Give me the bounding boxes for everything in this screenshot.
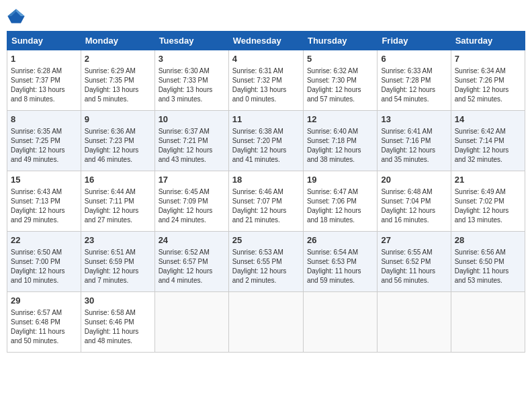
day-number: 7 xyxy=(455,53,521,65)
logo-icon xyxy=(7,7,26,26)
calendar-cell: 26Sunrise: 6:54 AMSunset: 6:53 PMDayligh… xyxy=(303,232,377,292)
day-info: Sunrise: 6:32 AMSunset: 7:30 PMDaylight:… xyxy=(307,66,373,104)
day-number: 13 xyxy=(381,113,447,126)
calendar-cell: 30Sunrise: 6:58 AMSunset: 6:46 PMDayligh… xyxy=(81,292,154,353)
calendar-cell: 14Sunrise: 6:42 AMSunset: 7:14 PMDayligh… xyxy=(451,111,525,171)
calendar-cell: 3Sunrise: 6:30 AMSunset: 7:33 PMDaylight… xyxy=(154,50,228,111)
day-info: Sunrise: 6:40 AMSunset: 7:18 PMDaylight:… xyxy=(307,127,373,165)
day-info: Sunrise: 6:49 AMSunset: 7:02 PMDaylight:… xyxy=(455,187,521,225)
col-header-saturday: Saturday xyxy=(451,32,525,50)
calendar-cell: 16Sunrise: 6:44 AMSunset: 7:11 PMDayligh… xyxy=(81,171,154,232)
day-info: Sunrise: 6:35 AMSunset: 7:25 PMDaylight:… xyxy=(11,127,77,165)
calendar-cell: 20Sunrise: 6:48 AMSunset: 7:04 PMDayligh… xyxy=(378,171,451,232)
day-number: 14 xyxy=(455,113,521,126)
day-number: 23 xyxy=(85,234,151,246)
day-info: Sunrise: 6:51 AMSunset: 6:59 PMDaylight:… xyxy=(85,248,151,285)
day-info: Sunrise: 6:41 AMSunset: 7:16 PMDaylight:… xyxy=(381,127,447,165)
day-info: Sunrise: 6:48 AMSunset: 7:04 PMDaylight:… xyxy=(381,187,447,225)
day-info: Sunrise: 6:29 AMSunset: 7:35 PMDaylight:… xyxy=(85,66,151,104)
calendar-header-row: SundayMondayTuesdayWednesdayThursdayFrid… xyxy=(7,32,525,50)
calendar-cell: 28Sunrise: 6:56 AMSunset: 6:50 PMDayligh… xyxy=(451,232,525,292)
day-info: Sunrise: 6:45 AMSunset: 7:09 PMDaylight:… xyxy=(159,187,225,225)
day-number: 27 xyxy=(381,234,447,246)
day-info: Sunrise: 6:28 AMSunset: 7:37 PMDaylight:… xyxy=(11,66,77,104)
day-info: Sunrise: 6:46 AMSunset: 7:07 PMDaylight:… xyxy=(232,187,300,225)
day-info: Sunrise: 6:44 AMSunset: 7:11 PMDaylight:… xyxy=(85,187,151,225)
calendar-cell xyxy=(154,292,228,353)
day-info: Sunrise: 6:38 AMSunset: 7:20 PMDaylight:… xyxy=(232,127,300,165)
day-info: Sunrise: 6:34 AMSunset: 7:26 PMDaylight:… xyxy=(455,66,521,104)
day-info: Sunrise: 6:43 AMSunset: 7:13 PMDaylight:… xyxy=(11,187,77,225)
col-header-tuesday: Tuesday xyxy=(154,32,228,50)
day-info: Sunrise: 6:30 AMSunset: 7:33 PMDaylight:… xyxy=(159,66,225,104)
calendar-cell: 11Sunrise: 6:38 AMSunset: 7:20 PMDayligh… xyxy=(228,111,303,171)
day-number: 18 xyxy=(232,174,300,186)
calendar-cell: 18Sunrise: 6:46 AMSunset: 7:07 PMDayligh… xyxy=(228,171,303,232)
day-number: 10 xyxy=(159,113,225,126)
day-info: Sunrise: 6:42 AMSunset: 7:14 PMDaylight:… xyxy=(455,127,521,165)
calendar-cell xyxy=(451,292,525,353)
calendar-cell xyxy=(228,292,303,353)
day-info: Sunrise: 6:56 AMSunset: 6:50 PMDaylight:… xyxy=(455,248,521,285)
day-info: Sunrise: 6:50 AMSunset: 7:00 PMDaylight:… xyxy=(11,248,77,285)
day-info: Sunrise: 6:33 AMSunset: 7:28 PMDaylight:… xyxy=(381,66,447,104)
day-number: 1 xyxy=(11,53,77,65)
calendar-cell: 1Sunrise: 6:28 AMSunset: 7:37 PMDaylight… xyxy=(7,50,81,111)
calendar-cell: 17Sunrise: 6:45 AMSunset: 7:09 PMDayligh… xyxy=(154,171,228,232)
calendar-week-row: 8Sunrise: 6:35 AMSunset: 7:25 PMDaylight… xyxy=(7,111,525,171)
calendar-cell: 21Sunrise: 6:49 AMSunset: 7:02 PMDayligh… xyxy=(451,171,525,232)
day-number: 2 xyxy=(85,53,151,65)
calendar-cell: 12Sunrise: 6:40 AMSunset: 7:18 PMDayligh… xyxy=(303,111,377,171)
calendar-cell: 6Sunrise: 6:33 AMSunset: 7:28 PMDaylight… xyxy=(378,50,451,111)
day-info: Sunrise: 6:36 AMSunset: 7:23 PMDaylight:… xyxy=(85,127,151,165)
col-header-friday: Friday xyxy=(378,32,451,50)
calendar-cell: 7Sunrise: 6:34 AMSunset: 7:26 PMDaylight… xyxy=(451,50,525,111)
col-header-sunday: Sunday xyxy=(7,32,81,50)
day-number: 16 xyxy=(85,174,151,186)
day-info: Sunrise: 6:55 AMSunset: 6:52 PMDaylight:… xyxy=(381,248,447,285)
calendar-cell: 13Sunrise: 6:41 AMSunset: 7:16 PMDayligh… xyxy=(378,111,451,171)
day-number: 8 xyxy=(11,113,77,126)
calendar-week-row: 22Sunrise: 6:50 AMSunset: 7:00 PMDayligh… xyxy=(7,232,525,292)
calendar-cell xyxy=(303,292,377,353)
calendar-cell xyxy=(378,292,451,353)
calendar-cell: 27Sunrise: 6:55 AMSunset: 6:52 PMDayligh… xyxy=(378,232,451,292)
col-header-monday: Monday xyxy=(81,32,154,50)
calendar-cell: 9Sunrise: 6:36 AMSunset: 7:23 PMDaylight… xyxy=(81,111,154,171)
calendar-cell: 29Sunrise: 6:57 AMSunset: 6:48 PMDayligh… xyxy=(7,292,81,353)
day-info: Sunrise: 6:58 AMSunset: 6:46 PMDaylight:… xyxy=(85,308,151,346)
calendar-week-row: 29Sunrise: 6:57 AMSunset: 6:48 PMDayligh… xyxy=(7,292,525,353)
calendar-cell: 25Sunrise: 6:53 AMSunset: 6:55 PMDayligh… xyxy=(228,232,303,292)
day-number: 5 xyxy=(307,53,373,65)
col-header-thursday: Thursday xyxy=(303,32,377,50)
logo xyxy=(7,7,28,26)
day-info: Sunrise: 6:37 AMSunset: 7:21 PMDaylight:… xyxy=(159,127,225,165)
calendar-cell: 2Sunrise: 6:29 AMSunset: 7:35 PMDaylight… xyxy=(81,50,154,111)
calendar-cell: 19Sunrise: 6:47 AMSunset: 7:06 PMDayligh… xyxy=(303,171,377,232)
day-number: 9 xyxy=(85,113,151,126)
day-number: 24 xyxy=(159,234,225,246)
day-number: 6 xyxy=(381,53,447,65)
calendar-cell: 8Sunrise: 6:35 AMSunset: 7:25 PMDaylight… xyxy=(7,111,81,171)
day-number: 15 xyxy=(11,174,77,186)
day-number: 20 xyxy=(381,174,447,186)
calendar-cell: 24Sunrise: 6:52 AMSunset: 6:57 PMDayligh… xyxy=(154,232,228,292)
day-info: Sunrise: 6:54 AMSunset: 6:53 PMDaylight:… xyxy=(307,248,373,285)
calendar-table: SundayMondayTuesdayWednesdayThursdayFrid… xyxy=(7,31,525,353)
day-number: 28 xyxy=(455,234,521,246)
day-number: 11 xyxy=(232,113,300,126)
calendar-week-row: 15Sunrise: 6:43 AMSunset: 7:13 PMDayligh… xyxy=(7,171,525,232)
calendar-cell: 22Sunrise: 6:50 AMSunset: 7:00 PMDayligh… xyxy=(7,232,81,292)
day-number: 21 xyxy=(455,174,521,186)
day-info: Sunrise: 6:47 AMSunset: 7:06 PMDaylight:… xyxy=(307,187,373,225)
page-header xyxy=(7,7,525,26)
day-number: 29 xyxy=(11,295,77,307)
day-info: Sunrise: 6:57 AMSunset: 6:48 PMDaylight:… xyxy=(11,308,77,346)
calendar-cell: 4Sunrise: 6:31 AMSunset: 7:32 PMDaylight… xyxy=(228,50,303,111)
calendar-cell: 15Sunrise: 6:43 AMSunset: 7:13 PMDayligh… xyxy=(7,171,81,232)
day-number: 3 xyxy=(159,53,225,65)
day-info: Sunrise: 6:53 AMSunset: 6:55 PMDaylight:… xyxy=(232,248,300,285)
day-number: 22 xyxy=(11,234,77,246)
day-number: 12 xyxy=(307,113,373,126)
col-header-wednesday: Wednesday xyxy=(228,32,303,50)
